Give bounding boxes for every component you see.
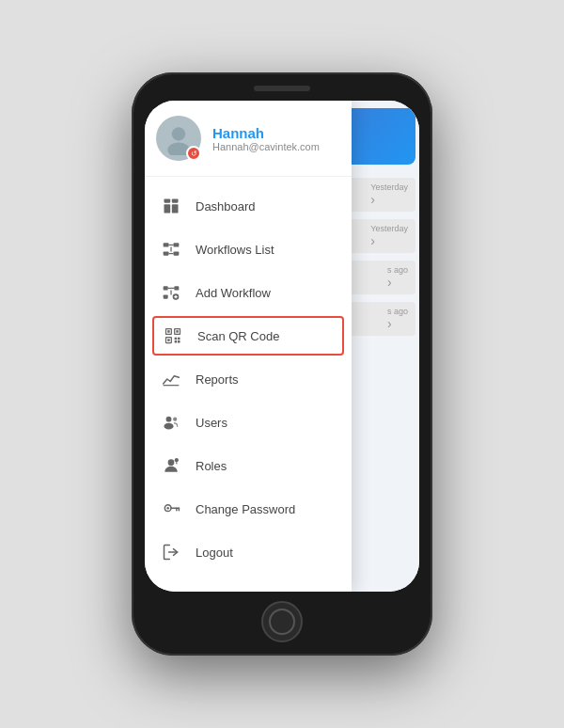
bg-timestamp: s ago: [387, 307, 408, 316]
svg-rect-28: [175, 340, 178, 343]
menu-item-add-workflow[interactable]: Add Workflow: [145, 271, 352, 314]
menu-item-logout[interactable]: Logout: [145, 530, 352, 574]
menu-label-roles: Roles: [196, 459, 227, 473]
svg-rect-13: [164, 286, 168, 290]
logout-icon: [160, 541, 182, 563]
bg-timestamp: s ago: [387, 265, 408, 275]
menu-item-workflows-list[interactable]: Workflows List: [145, 228, 352, 271]
svg-rect-6: [164, 243, 169, 246]
svg-point-34: [173, 418, 177, 421]
phone-frame: Yesterday › Yesterday › s ago › s ago: [132, 72, 432, 656]
svg-rect-29: [178, 338, 180, 340]
menu-label-logout: Logout: [196, 546, 233, 560]
menu-label-dashboard: Dashboard: [196, 199, 256, 214]
bg-timestamp: Yesterday: [370, 224, 408, 233]
svg-point-32: [166, 417, 172, 422]
svg-rect-24: [176, 330, 179, 333]
svg-rect-15: [164, 295, 168, 299]
reports-icon: [160, 368, 182, 390]
menu-label-users: Users: [196, 416, 227, 430]
svg-point-0: [172, 127, 185, 140]
menu-label-change-password: Change Password: [196, 502, 295, 516]
menu-label-scan-qr: Scan QR Code: [197, 329, 279, 343]
nav-drawer: Hannah Hannah@cavintek.com: [145, 101, 352, 592]
add-workflow-icon: [160, 281, 182, 304]
avatar-container: [156, 116, 201, 161]
user-info: Hannah Hannah@cavintek.com: [212, 125, 320, 152]
svg-rect-22: [167, 330, 170, 333]
svg-rect-5: [172, 204, 179, 213]
roles-icon: [160, 454, 182, 477]
svg-rect-9: [174, 252, 180, 256]
menu-item-dashboard[interactable]: Dashboard: [145, 184, 352, 228]
user-email: Hannah@cavintek.com: [212, 141, 320, 152]
menu-list: Dashboard: [145, 177, 352, 581]
svg-point-33: [164, 423, 174, 430]
menu-label-workflows-list: Workflows List: [196, 243, 274, 257]
svg-rect-14: [174, 286, 179, 290]
bg-arrow: ›: [387, 316, 408, 331]
menu-item-scan-qr[interactable]: Scan QR Code: [152, 316, 344, 356]
svg-rect-8: [164, 252, 169, 256]
bg-arrow: ›: [370, 233, 408, 248]
menu-item-change-password[interactable]: Change Password: [145, 487, 352, 530]
phone-screen: Yesterday › Yesterday › s ago › s ago: [145, 101, 419, 592]
menu-label-add-workflow: Add Workflow: [196, 286, 271, 300]
svg-rect-26: [167, 339, 170, 341]
svg-rect-3: [172, 199, 179, 203]
svg-rect-30: [178, 340, 180, 343]
password-icon: [160, 498, 182, 520]
menu-label-reports: Reports: [196, 372, 239, 387]
svg-rect-4: [164, 204, 171, 213]
users-icon: [160, 411, 182, 434]
menu-item-users[interactable]: Users: [145, 401, 352, 444]
home-button[interactable]: [261, 601, 303, 642]
phone-speaker: [254, 86, 310, 91]
svg-point-39: [166, 507, 169, 510]
svg-point-36: [175, 458, 179, 462]
svg-rect-27: [175, 338, 178, 340]
svg-rect-2: [164, 199, 171, 203]
user-name: Hannah: [212, 125, 320, 141]
bg-timestamp: Yesterday: [370, 182, 408, 192]
svg-rect-7: [174, 243, 180, 246]
qr-icon: [162, 324, 184, 347]
bg-arrow: ›: [370, 192, 408, 207]
avatar-sync-badge: [186, 146, 201, 161]
drawer-header: Hannah Hannah@cavintek.com: [145, 101, 352, 177]
menu-item-roles[interactable]: Roles: [145, 444, 352, 487]
bg-arrow: ›: [387, 275, 408, 290]
dashboard-icon: [160, 195, 182, 217]
workflows-icon: [160, 238, 182, 261]
svg-point-35: [168, 459, 175, 466]
menu-item-reports[interactable]: Reports: [145, 357, 352, 401]
